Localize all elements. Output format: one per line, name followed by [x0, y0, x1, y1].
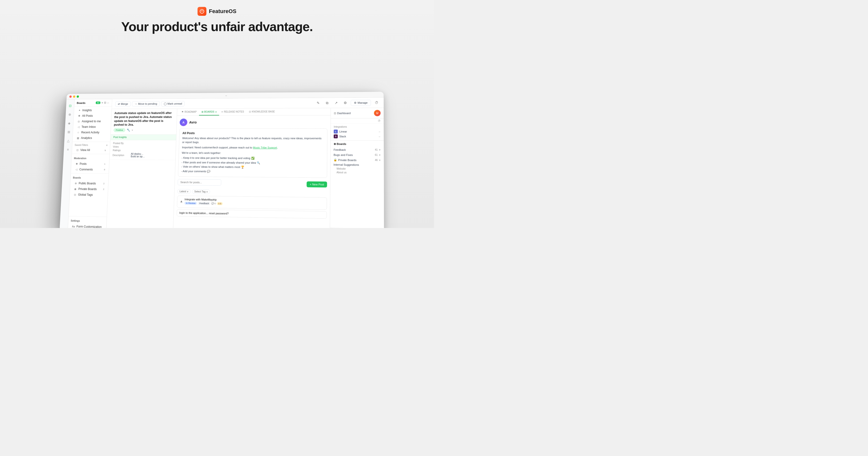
sidebar-add-icon[interactable]: +: [101, 101, 103, 104]
sidebar-item-form-customization[interactable]: Aa Form Customization: [69, 224, 105, 228]
tab-release-notes[interactable]: ≡ RELEASE NOTES: [219, 109, 247, 115]
upvote-icon[interactable]: ▲: [180, 199, 183, 203]
clock-icon[interactable]: ⏱: [373, 99, 380, 106]
user-avatar[interactable]: U: [374, 110, 381, 116]
tools-icon[interactable]: 🔧: [126, 129, 130, 132]
boards-header-row: ⊕ Boards: [334, 142, 381, 146]
private-plus-icon[interactable]: +: [379, 158, 381, 162]
tab-roadmap[interactable]: ⚑ ROADMAP: [179, 109, 199, 115]
bugs-plus-icon[interactable]: +: [379, 153, 381, 157]
post-detail-panel: Automate status update on featureOS afte…: [106, 109, 177, 228]
mark-unread-button[interactable]: ◯ Mark unread: [161, 101, 185, 106]
nav-icon-search[interactable]: ⊕: [67, 112, 72, 117]
main-toolbar: ⇌ Merge → Move to pending ◯ Mark unread …: [112, 97, 383, 109]
svg-point-0: [200, 9, 204, 13]
sidebar-item-comments[interactable]: ◁ Comments 8: [72, 167, 108, 172]
manage-button[interactable]: ⚙ Manage: [351, 100, 371, 106]
slack-integration[interactable]: S Slack →: [334, 135, 380, 138]
sidebar-item-view-all[interactable]: ⊡ View All ∨: [73, 147, 109, 153]
center-panel: ⚑ ROADMAP ⊞ BOARDS ∨ ≡ RELEASE NOTES ⊡: [173, 108, 331, 228]
private-count: 46: [375, 159, 378, 161]
post-card-integrate[interactable]: ▲ Integrate with MakeMaytrip In Review F…: [177, 195, 327, 209]
sidebar-item-team-inbox[interactable]: ◁ Team Inbox: [74, 124, 110, 130]
boards-icon-small: ⊕: [334, 142, 336, 145]
comment-count: 💬 0: [211, 202, 216, 205]
sidebar-window-icon[interactable]: ⊡: [104, 101, 106, 104]
back-btn[interactable]: ←: [225, 94, 227, 97]
view-all-icon: ⊡: [76, 148, 79, 151]
post-card-login[interactable]: login to the application... reset passwo…: [177, 209, 327, 219]
sidebar-close-icon[interactable]: ←: [107, 102, 110, 104]
all-posts-title: All Posts: [183, 132, 324, 135]
sidebar-item-analytics[interactable]: ▦ Analytics: [73, 135, 110, 141]
board-bugs[interactable]: Bugs and Fixes 61 +: [334, 152, 381, 158]
feedback-plus-icon[interactable]: +: [379, 148, 381, 152]
minimize-button[interactable]: [73, 95, 75, 97]
nav-icon-bell[interactable]: △: [65, 138, 71, 144]
settings-icon[interactable]: ⚙: [342, 99, 349, 106]
filter-latest[interactable]: Latest ∨: [177, 189, 191, 194]
description-value: All deploy…Build an ap…: [131, 153, 145, 158]
nav-icon-menu[interactable]: ≡: [65, 147, 70, 152]
nav-icon-home[interactable]: ⊡: [67, 103, 73, 108]
board-private[interactable]: 🔒 Private Boards 46 +: [334, 158, 381, 163]
post-header: Automate status update on featureOS afte…: [111, 109, 177, 135]
linear-integration[interactable]: L Linear →: [334, 130, 380, 134]
global-tags-icon: ◎: [73, 193, 77, 196]
form-customization-icon: Aa: [72, 225, 75, 228]
maximize-button[interactable]: [77, 95, 79, 97]
dashboard-icon: ⊡: [334, 112, 336, 115]
posted-by-label: Posted By: [113, 142, 129, 145]
nav-icon-layers[interactable]: ◈: [66, 120, 72, 126]
public-boards-label: Public Boards: [79, 181, 102, 185]
comments-count: 8: [104, 169, 105, 171]
move-pending-button[interactable]: → Move to pending: [132, 101, 160, 106]
view-all-chevron: ∨: [104, 149, 106, 151]
board-welcome-card: All Posts Welcome! Any ideas about our p…: [178, 128, 328, 178]
board-feedback[interactable]: Feedback 41 +: [334, 147, 381, 152]
sub-board-about[interactable]: About us: [337, 171, 381, 174]
team-inbox-label: Team Inbox: [82, 125, 107, 128]
nav-icon-grid[interactable]: ⊞: [66, 129, 71, 135]
boards-label: Boards: [77, 102, 86, 104]
roadmap-icon: ⚑: [182, 111, 184, 113]
sidebar-item-posts[interactable]: ✱ Posts 1: [72, 161, 108, 167]
expand-icon[interactable]: ∨: [131, 129, 133, 131]
close-button[interactable]: [69, 95, 72, 97]
clock-small-icon[interactable]: ⏱: [378, 119, 380, 122]
copy-icon[interactable]: ⧉: [324, 99, 331, 106]
search-posts-input[interactable]: [178, 179, 221, 186]
new-post-button[interactable]: + New Post: [307, 181, 327, 188]
settings-label: Settings: [71, 219, 80, 222]
post-card-tags: In Review Feedback 💬 0 0.5: [184, 202, 223, 205]
post-insights-label: Post Insights: [113, 136, 127, 138]
posts-icon: ✱: [75, 162, 79, 165]
sidebar-item-insights[interactable]: ✦ Insights: [75, 107, 111, 113]
music-tribe-link[interactable]: Music Tribe Support: [253, 146, 277, 149]
tab-knowledge-base[interactable]: ⊡ KNOWLEDGE BASE: [246, 108, 277, 115]
filter-tag[interactable]: Select Tag ∨: [192, 189, 210, 194]
bugs-count: 61: [375, 153, 378, 156]
merge-button[interactable]: ⇌ Merge: [115, 101, 131, 107]
list-item-4: - Add your comments 💬: [181, 169, 324, 175]
edit-icon[interactable]: ✎: [315, 100, 321, 106]
post-meta: Posted By Votes Ratings Description All …: [110, 140, 176, 160]
sidebar-item-assigned[interactable]: ◎ Assigned to me: [74, 118, 110, 124]
share-icon[interactable]: ↗: [333, 99, 340, 106]
sidebar-item-public-boards[interactable]: ⊕ Public Boards 2: [71, 180, 107, 186]
linear-label: Linear: [339, 130, 347, 133]
board-internal[interactable]: Internal Suggestions: [333, 162, 380, 167]
sidebar-item-private-boards[interactable]: ◉ Private Boards 2: [71, 186, 107, 192]
description-label: Description: [113, 154, 129, 156]
lock-icon: 🔒: [334, 159, 337, 162]
dashboard-button[interactable]: ⊡ Dashboard: [334, 112, 351, 115]
sidebar-item-recent-activity[interactable]: ☆ Recent Activity: [74, 130, 110, 135]
sub-board-website[interactable]: Website: [337, 167, 381, 171]
sidebar-item-all-posts[interactable]: ✱ All Posts: [75, 113, 111, 119]
brand-row: FeatureOS: [197, 7, 236, 16]
internal-name: Internal Suggestions: [334, 163, 359, 166]
tab-boards[interactable]: ⊞ BOARDS ∨: [199, 109, 219, 115]
all-posts-label: All Posts: [82, 114, 107, 117]
dashboard-label: Dashboard: [337, 112, 351, 115]
sidebar-item-global-tags[interactable]: ◎ Global Tags: [70, 192, 107, 198]
